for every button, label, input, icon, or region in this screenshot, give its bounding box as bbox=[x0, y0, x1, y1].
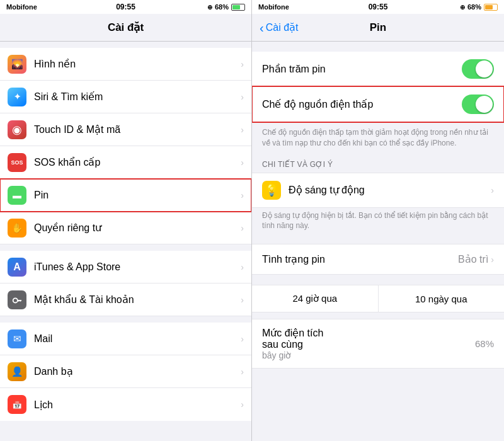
mat-khau-label: Mật khẩu & Tài khoản bbox=[34, 294, 241, 306]
phan-tram-label: Phần trăm pin bbox=[262, 63, 462, 75]
quyen-rieng-icon: ✋ bbox=[8, 219, 26, 238]
do-sang-description: Độ sáng tự động hiện bị tắt. Bạn có thể … bbox=[252, 208, 504, 238]
danh-ba-label: Danh bạ bbox=[34, 365, 241, 377]
left-nav-header: Cài đặt bbox=[0, 14, 251, 42]
right-time: 09:55 bbox=[369, 3, 388, 11]
chi-tiet-header: CHI TIẾT VÀ GỢI Ý bbox=[252, 156, 504, 173]
settings-item-itunes[interactable]: A iTunes & App Store › bbox=[0, 251, 251, 284]
phan-tram-row[interactable]: Phần trăm pin bbox=[252, 52, 504, 86]
hinh-nen-icon: 🌄 bbox=[8, 55, 26, 74]
hinh-nen-chevron: › bbox=[241, 59, 244, 69]
right-status-bar: Mobifone 09:55 ⊕ 68% bbox=[252, 0, 504, 14]
settings-section-main: 🌄 Hình nền › ✦ Siri & Tìm kiếm › ◉ Touch… bbox=[0, 48, 251, 421]
che-do-row[interactable]: Chế độ nguồn điện thấp bbox=[252, 86, 504, 122]
settings-item-mail[interactable]: ✉ Mail › bbox=[0, 323, 251, 355]
settings-item-pin[interactable]: ▬ Pin › bbox=[0, 179, 251, 212]
key-svg bbox=[11, 294, 23, 306]
siri-icon: ✦ bbox=[8, 88, 26, 106]
do-sang-label: Độ sáng tự động bbox=[289, 184, 491, 196]
phan-tram-toggle-knob bbox=[476, 60, 493, 77]
left-status-bar: Mobifone 09:55 ⊕ 68% bbox=[0, 0, 251, 14]
settings-item-hinh-nen[interactable]: 🌄 Hình nền › bbox=[0, 48, 251, 81]
svg-rect-2 bbox=[20, 300, 21, 302]
settings-item-touch-id[interactable]: ◉ Touch ID & Mật mã › bbox=[0, 113, 251, 146]
chevron-left-icon: ‹ bbox=[260, 21, 264, 34]
siri-label: Siri & Tìm kiếm bbox=[34, 91, 241, 103]
mail-chevron: › bbox=[241, 334, 244, 344]
touch-id-icon: ◉ bbox=[8, 120, 26, 139]
itunes-chevron: › bbox=[241, 262, 244, 272]
mat-khau-icon bbox=[8, 290, 26, 309]
sos-chevron: › bbox=[241, 158, 244, 168]
left-page-title: Cài đặt bbox=[108, 21, 144, 34]
left-carrier: Mobifone bbox=[6, 3, 37, 11]
tab-10d[interactable]: 10 ngày qua bbox=[379, 285, 505, 312]
settings-list: 🌄 Hình nền › ✦ Siri & Tìm kiếm › ◉ Touch… bbox=[0, 42, 251, 441]
svg-rect-3 bbox=[18, 300, 20, 302]
touch-id-label: Touch ID & Mật mã bbox=[34, 123, 241, 135]
itunes-icon: A bbox=[8, 258, 26, 277]
sos-label: SOS khẩn cấp bbox=[34, 156, 241, 168]
left-status-right: ⊕ 68% bbox=[207, 3, 245, 11]
muc-dien-sub2: bây giờ bbox=[262, 350, 475, 360]
do-sang-chevron: › bbox=[491, 185, 494, 195]
settings-item-quyen-rieng[interactable]: ✋ Quyền riêng tư › bbox=[0, 212, 251, 244]
sos-icon: SOS bbox=[8, 153, 26, 172]
che-do-description: Chế độ nguồn điện thấp tạm thời giảm hoạ… bbox=[252, 122, 504, 156]
right-nav-header: ‹ Cài đặt Pin bbox=[252, 14, 504, 42]
quyen-rieng-label: Quyền riêng tư bbox=[34, 222, 241, 234]
right-carrier: Mobifone bbox=[258, 3, 289, 11]
time-tabs: 24 giờ qua 10 ngày qua bbox=[252, 285, 504, 312]
muc-dien-label-wrap: Mức điện tích sau cùng bây giờ bbox=[262, 327, 475, 360]
left-time: 09:55 bbox=[116, 3, 135, 11]
settings-item-danh-ba[interactable]: 👤 Danh bạ › bbox=[0, 355, 251, 388]
tinh-trang-row[interactable]: Tình trạng pin Bảo trì › bbox=[252, 244, 504, 275]
right-content: Phần trăm pin Chế độ nguồn điện thấp Chế… bbox=[252, 42, 504, 441]
right-status-right: ⊕ 68% bbox=[460, 3, 498, 11]
hinh-nen-label: Hình nền bbox=[34, 58, 241, 70]
right-battery-icon bbox=[484, 4, 498, 11]
siri-chevron: › bbox=[241, 92, 244, 102]
battery-fill bbox=[232, 5, 240, 9]
right-battery-percent: 68% bbox=[467, 3, 481, 11]
phan-tram-section: Phần trăm pin bbox=[252, 52, 504, 86]
lich-chevron: › bbox=[241, 399, 244, 410]
danh-ba-icon: 👤 bbox=[8, 362, 26, 381]
right-battery-fill bbox=[485, 5, 493, 9]
tinh-trang-label: Tình trạng pin bbox=[262, 253, 458, 265]
settings-item-siri[interactable]: ✦ Siri & Tìm kiếm › bbox=[0, 81, 251, 113]
do-sang-icon: 💡 bbox=[262, 181, 281, 200]
right-location-icon: ⊕ bbox=[460, 4, 465, 11]
settings-item-sos[interactable]: SOS SOS khẩn cấp › bbox=[0, 146, 251, 179]
section-divider-2 bbox=[0, 316, 251, 323]
tab-24h[interactable]: 24 giờ qua bbox=[252, 285, 379, 312]
touch-id-chevron: › bbox=[241, 125, 244, 135]
lich-label: Lịch bbox=[34, 399, 241, 411]
left-battery-percent: 68% bbox=[215, 3, 229, 11]
che-do-section: Chế độ nguồn điện thấp Chế độ nguồn điện… bbox=[252, 86, 504, 156]
pin-label: Pin bbox=[34, 190, 241, 201]
do-sang-item[interactable]: 💡 Độ sáng tự động › bbox=[252, 173, 504, 207]
mail-icon: ✉ bbox=[8, 329, 26, 348]
muc-dien-value: 68% bbox=[475, 338, 494, 349]
location-icon: ⊕ bbox=[207, 4, 212, 11]
lich-icon: 📅 bbox=[8, 395, 26, 414]
che-do-label: Chế độ nguồn điện thấp bbox=[262, 98, 462, 110]
che-do-toggle[interactable] bbox=[462, 94, 494, 114]
tinh-trang-chevron: › bbox=[491, 255, 494, 265]
mat-khau-chevron: › bbox=[241, 295, 244, 305]
back-button[interactable]: ‹ Cài đặt bbox=[260, 21, 298, 34]
itunes-label: iTunes & App Store bbox=[34, 261, 241, 273]
phan-tram-toggle[interactable] bbox=[462, 59, 494, 79]
pin-chevron: › bbox=[241, 190, 244, 200]
settings-item-mat-khau[interactable]: Mật khẩu & Tài khoản › bbox=[0, 284, 251, 316]
battery-icon bbox=[231, 4, 245, 11]
do-sang-row: 💡 Độ sáng tự động › bbox=[252, 173, 504, 208]
section-divider-1 bbox=[0, 244, 251, 251]
pin-icon: ▬ bbox=[8, 186, 26, 205]
svg-point-0 bbox=[13, 298, 18, 302]
tinh-trang-value: Bảo trì bbox=[458, 253, 488, 265]
back-label: Cài đặt bbox=[266, 21, 299, 33]
mail-label: Mail bbox=[34, 333, 241, 345]
settings-item-lich[interactable]: 📅 Lịch › bbox=[0, 388, 251, 421]
